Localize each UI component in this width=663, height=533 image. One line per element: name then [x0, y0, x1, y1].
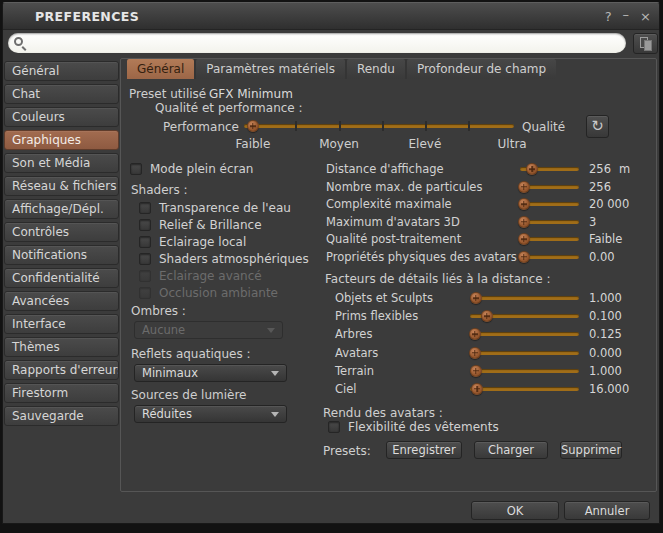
slider-handle[interactable] [470, 292, 482, 304]
slider-handle[interactable] [518, 181, 530, 193]
sidebar-item[interactable]: Thèmes [4, 337, 119, 357]
slider-handle[interactable] [470, 365, 482, 377]
slider-handle[interactable] [481, 310, 493, 322]
sidebar-item[interactable]: Affichage/Dépl. [4, 199, 119, 219]
shader-checkbox[interactable] [139, 202, 151, 214]
sidebar-item[interactable]: Notifications [4, 245, 119, 265]
sidebar-item[interactable]: Rapports d'erreurs [4, 360, 119, 380]
sidebar-item[interactable]: Confidentialité [4, 268, 119, 288]
title-bar[interactable]: PREFERENCES ? – × [3, 3, 659, 30]
slider[interactable] [520, 167, 579, 171]
tab[interactable]: Rendu [347, 59, 405, 79]
sidebar-item[interactable]: Firestorm [4, 383, 119, 403]
quality-section-label: Qualité et performance : [155, 101, 303, 115]
shader-checkbox-row[interactable]: Transparence de l'eau [139, 199, 309, 216]
shader-checkbox[interactable] [139, 270, 151, 282]
slider-value: 0.125 [589, 327, 622, 341]
sidebar-item[interactable]: Sauvegarde [4, 406, 119, 426]
slider[interactable] [470, 369, 579, 373]
shader-checkbox-row[interactable]: Occlusion ambiante [139, 284, 309, 301]
chevron-down-icon [271, 412, 279, 417]
help-button[interactable]: ? [605, 9, 612, 24]
tab[interactable]: Paramètres matériels [196, 59, 345, 79]
quality-slider-handle[interactable] [247, 120, 259, 132]
slider[interactable] [520, 237, 579, 241]
slider[interactable] [470, 332, 579, 336]
quality-tick-labels: Faible Moyen Elevé Ultra [244, 137, 514, 150]
slider-handle[interactable] [526, 163, 538, 175]
slider-row: Nombre max. de particules 256 [323, 178, 657, 196]
clothing-flex-checkbox-row[interactable]: Flexibilité des vêtements [328, 418, 499, 435]
sidebar-item[interactable]: Couleurs [4, 107, 119, 127]
slider-handle[interactable] [469, 328, 481, 340]
sidebar-item[interactable]: Avancées [4, 291, 119, 311]
shader-checkbox[interactable] [139, 253, 151, 265]
detail-factors-section-label: Facteurs de détails liés à la distance : [325, 272, 551, 286]
quality-slider[interactable] [244, 124, 514, 128]
slider[interactable] [520, 185, 579, 189]
slider-handle[interactable] [469, 347, 481, 359]
slider-handle[interactable] [518, 233, 530, 245]
shadows-dropdown[interactable]: Aucune [134, 321, 283, 339]
slider-row: Ciel 16.000 [323, 380, 657, 398]
quality-tick-label: Faible [235, 137, 270, 151]
sidebar-item[interactable]: Son et Média [4, 153, 119, 173]
slider-label: Arbres [335, 327, 372, 341]
fullscreen-checkbox[interactable] [130, 163, 142, 175]
sidebar-item[interactable]: Contrôles [4, 222, 119, 242]
shader-checkbox-row[interactable]: Eclairage avancé [139, 267, 309, 284]
copy-settings-button[interactable] [633, 33, 658, 54]
tab[interactable]: Profondeur de champ [407, 59, 556, 79]
preset-button[interactable]: Charger [474, 441, 548, 459]
quality-min-label: Performance [162, 120, 239, 134]
sidebar-item[interactable]: Interface [4, 314, 119, 334]
slider[interactable] [520, 220, 579, 224]
shader-checkbox[interactable] [139, 236, 151, 248]
shader-checkbox-row[interactable]: Relief & Brillance [139, 216, 309, 233]
search-input[interactable] [8, 33, 626, 53]
slider[interactable] [470, 387, 579, 391]
preferences-window: PREFERENCES ? – × Général Chat Couleurs [2, 2, 660, 524]
window-controls: ? – × [605, 3, 651, 30]
tab[interactable]: Général [127, 59, 194, 79]
fullscreen-checkbox-row[interactable]: Mode plein écran [130, 160, 253, 177]
slider-row: Prims flexibles 0.100 [323, 307, 657, 325]
clothing-flex-checkbox[interactable] [328, 421, 340, 433]
sidebar: Général Chat Couleurs Graphiques Son et … [4, 61, 119, 429]
ok-button[interactable]: OK [471, 501, 559, 520]
shader-checkbox-row[interactable]: Eclairage local [139, 233, 309, 250]
slider[interactable] [470, 351, 579, 355]
shader-checkbox[interactable] [139, 287, 151, 299]
slider-handle[interactable] [518, 216, 530, 228]
sidebar-item-label: Contrôles [12, 225, 69, 239]
shader-checkbox[interactable] [139, 219, 151, 231]
slider-handle[interactable] [518, 198, 530, 210]
slider-row: Complexité maximale 20 000 [323, 195, 657, 213]
slider-handle[interactable] [471, 383, 483, 395]
slider-row: Qualité post-traitement Faible [323, 230, 657, 248]
slider[interactable] [470, 296, 579, 300]
slider-row: Objets et Sculpts 1.000 [323, 289, 657, 307]
clothing-flex-label: Flexibilité des vêtements [348, 420, 499, 434]
slider[interactable] [520, 255, 579, 259]
shaders-checkbox-list: Transparence de l'eau Relief & Brillance… [139, 199, 309, 301]
sidebar-item[interactable]: Réseau & fichiers [4, 176, 119, 196]
cancel-button[interactable]: Annuler [564, 501, 650, 520]
slider-value: 20 000 [589, 197, 629, 211]
slider[interactable] [520, 202, 579, 206]
refresh-button[interactable]: ↻ [586, 115, 609, 138]
slider-tick [339, 121, 341, 131]
minimize-button[interactable]: – [623, 7, 630, 22]
shader-checkbox-row[interactable]: Shaders atmosphériques [139, 250, 309, 267]
sidebar-item[interactable]: Graphiques [4, 130, 119, 150]
preset-button[interactable]: Enregistrer [386, 441, 462, 459]
close-button[interactable]: × [640, 9, 651, 24]
light-sources-dropdown[interactable]: Réduites [134, 405, 287, 423]
slider-handle[interactable] [518, 251, 530, 263]
quality-max-label: Qualité [522, 120, 565, 134]
sidebar-item[interactable]: Général [4, 61, 119, 81]
preset-button[interactable]: Supprimer [560, 441, 622, 459]
water-reflections-dropdown[interactable]: Minimaux [134, 364, 287, 382]
sidebar-item[interactable]: Chat [4, 84, 119, 104]
slider[interactable] [470, 314, 579, 318]
